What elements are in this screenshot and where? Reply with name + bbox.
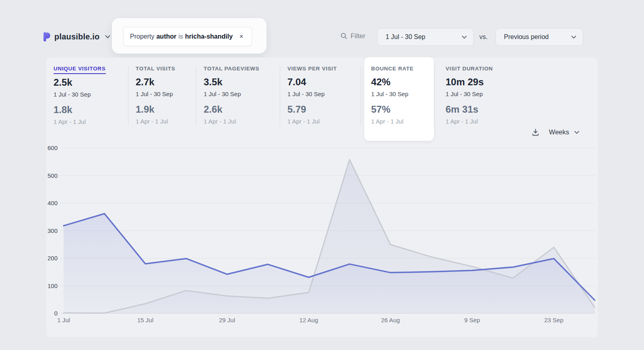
filter-button[interactable]: Filter xyxy=(341,32,365,40)
svg-text:600: 600 xyxy=(47,144,58,151)
metrics-row: UNIQUE VISITORS 2.5k 1 Jul - 30 Sep 1.8k… xyxy=(46,65,598,141)
svg-text:400: 400 xyxy=(47,200,58,206)
compare-value: Previous period xyxy=(504,33,549,41)
search-icon xyxy=(341,33,347,39)
svg-text:9 Sep: 9 Sep xyxy=(464,317,480,323)
metric-bounce-rate-wrap: BOUNCE RATE 42% 1 Jul - 30 Sep 57% 1 Apr… xyxy=(361,65,434,141)
svg-text:12 Aug: 12 Aug xyxy=(299,317,318,323)
interval-select[interactable]: Weeks xyxy=(549,128,579,136)
metric-unique-visitors[interactable]: UNIQUE VISITORS 2.5k 1 Jul - 30 Sep 1.8k… xyxy=(46,65,128,125)
filter-pill-prefix: Property xyxy=(130,33,154,40)
svg-text:0: 0 xyxy=(54,310,58,317)
vs-label: vs. xyxy=(479,33,487,41)
svg-text:29 Jul: 29 Jul xyxy=(219,317,235,323)
site-name: plausible.io xyxy=(54,32,99,41)
chevron-down-icon xyxy=(105,35,110,39)
plausible-dashboard: plausible.io Property author is hricha-s… xyxy=(0,0,644,350)
chart-toolbar: Weeks xyxy=(532,128,579,136)
plausible-logo-icon xyxy=(43,32,50,42)
date-range-select[interactable]: 1 Jul - 30 Sep xyxy=(377,28,474,46)
svg-text:26 Aug: 26 Aug xyxy=(381,317,400,323)
metric-total-visits[interactable]: TOTAL VISITS 2.7k 1 Jul - 30 Sep 1.9k 1 … xyxy=(128,65,196,125)
svg-text:100: 100 xyxy=(47,282,58,289)
date-range-value: 1 Jul - 30 Sep xyxy=(386,33,425,41)
chevron-down-icon xyxy=(574,131,579,134)
active-filter-popup: Property author is hricha-shandily × xyxy=(112,18,266,54)
svg-text:200: 200 xyxy=(47,255,58,261)
svg-text:15 Jul: 15 Jul xyxy=(137,317,153,323)
download-icon[interactable] xyxy=(532,128,539,136)
chevron-down-icon xyxy=(462,35,467,39)
metric-visit-duration[interactable]: VISIT DURATION 10m 29s 1 Jul - 30 Sep 6m… xyxy=(434,65,515,125)
remove-filter-icon[interactable]: × xyxy=(239,33,243,40)
svg-text:300: 300 xyxy=(47,227,58,234)
svg-text:500: 500 xyxy=(47,172,58,179)
metric-bounce-rate[interactable]: BOUNCE RATE 42% 1 Jul - 30 Sep 57% 1 Apr… xyxy=(364,57,434,141)
visitors-chart: 01002003004005006001 Jul15 Jul29 Jul12 A… xyxy=(46,138,598,327)
metric-views-per-visit[interactable]: VIEWS PER VISIT 7.04 1 Jul - 30 Sep 5.79… xyxy=(280,65,361,125)
filter-pill-author[interactable]: Property author is hricha-shandily × xyxy=(123,27,252,46)
stats-card: UNIQUE VISITORS 2.5k 1 Jul - 30 Sep 1.8k… xyxy=(46,58,598,337)
filter-button-label: Filter xyxy=(351,32,365,40)
filter-pill-value: hricha-shandily xyxy=(185,33,233,40)
metric-total-pageviews[interactable]: TOTAL PAGEVIEWS 3.5k 1 Jul - 30 Sep 2.6k… xyxy=(196,65,280,125)
chart-area: 01002003004005006001 Jul15 Jul29 Jul12 A… xyxy=(46,138,598,327)
svg-text:23 Sep: 23 Sep xyxy=(544,317,564,323)
chevron-down-icon xyxy=(571,35,576,39)
filter-pill-key: author xyxy=(156,33,176,40)
filter-pill-verb: is xyxy=(178,33,183,40)
svg-text:1 Jul: 1 Jul xyxy=(57,317,70,323)
site-switcher[interactable]: plausible.io xyxy=(43,32,110,42)
compare-select[interactable]: Previous period xyxy=(495,28,583,46)
interval-value: Weeks xyxy=(549,128,569,136)
